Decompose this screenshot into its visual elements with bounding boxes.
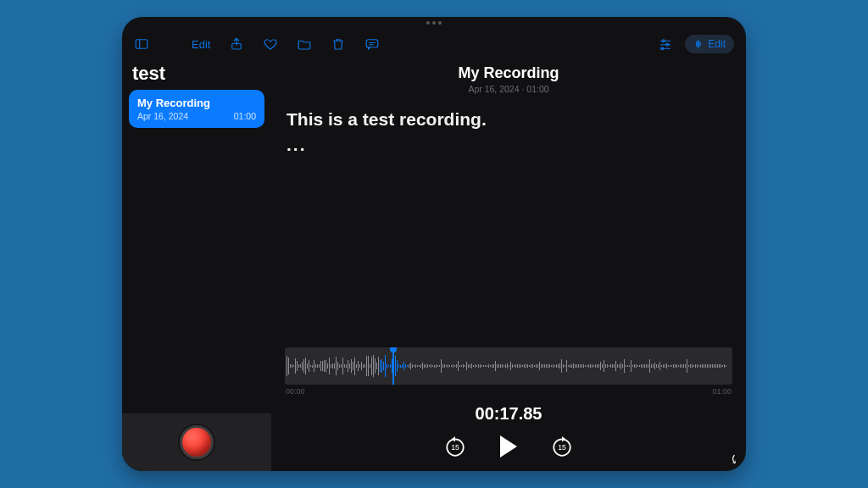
record-button[interactable] [180,425,214,459]
recording-list-item[interactable]: My Recording Apr 16, 2024 01:00 [129,90,264,128]
edit-pill-label: Edit [708,38,726,50]
share-icon[interactable] [229,36,244,52]
content-columns: test My Recording Apr 16, 2024 01:00 My … [122,59,746,471]
sidebar: test My Recording Apr 16, 2024 01:00 [122,59,271,471]
recording-item-duration: 01:00 [234,111,256,121]
svg-rect-3 [367,40,379,47]
recording-title: My Recording [285,64,732,82]
transcript-area: This is a test recording. ... [285,109,732,155]
svg-rect-12 [697,42,698,47]
favorite-icon[interactable] [263,36,278,52]
app-window: Edit Edit [122,17,746,471]
recording-item-name: My Recording [137,97,256,109]
skip-forward-button[interactable]: 15 [551,435,573,458]
svg-text:15: 15 [558,443,566,452]
recording-subtitle: Apr 16, 2024 · 01:00 [285,84,732,94]
recording-item-date: Apr 16, 2024 [137,111,188,121]
multitask-grabber-icon[interactable] [422,20,446,25]
playback-controls: 15 15 [285,435,732,458]
timecode: 00:17.85 [285,404,732,424]
toolbar: Edit Edit [122,29,746,59]
transcript-line: This is a test recording. [287,109,731,130]
waveform-end-time: 01:00 [712,387,732,396]
playhead[interactable] [392,347,394,385]
transcript-icon[interactable] [364,36,380,52]
svg-rect-0 [136,40,147,49]
waveform-scrubber[interactable] [285,347,732,385]
sidebar-toggle-icon[interactable] [134,36,149,52]
edit-list-button[interactable]: Edit [192,38,210,51]
play-button[interactable] [500,435,517,458]
waveform-icon [285,347,732,385]
svg-text:15: 15 [451,443,459,452]
waveform-start-time: 00:00 [286,387,305,396]
transcript-ellipsis: ... [287,135,731,155]
svg-rect-13 [698,41,699,47]
main-panel: My Recording Apr 16, 2024 · 01:00 This i… [271,59,746,471]
play-icon [500,435,517,458]
skip-back-button[interactable]: 15 [444,435,466,458]
edit-recording-button[interactable]: Edit [685,35,734,53]
folder-icon[interactable] [297,36,312,52]
resize-handle-icon[interactable]: ⤹ [729,452,739,466]
trash-icon[interactable] [331,36,346,52]
options-icon[interactable] [658,36,673,52]
sidebar-title: test [129,63,264,90]
record-panel [122,413,271,471]
svg-rect-14 [700,42,701,46]
